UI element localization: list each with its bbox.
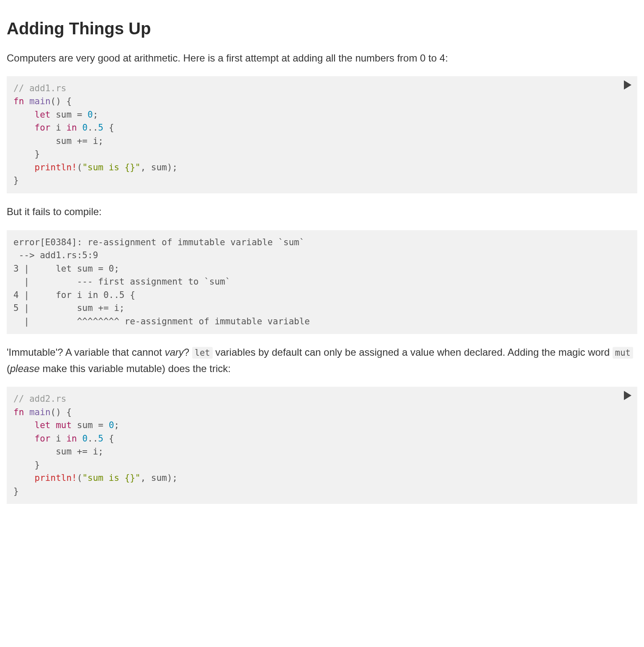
code-text: sum = bbox=[72, 420, 109, 430]
keyword-for: for bbox=[35, 434, 51, 444]
error-output-block: error[E0384]: re-assignment of immutable… bbox=[7, 230, 637, 334]
indent bbox=[13, 447, 56, 457]
macro-call: println! bbox=[35, 162, 77, 172]
keyword-fn: fn bbox=[13, 407, 24, 417]
fn-name: main bbox=[29, 407, 51, 417]
string-literal: "sum is {}" bbox=[82, 473, 140, 483]
fn-name: main bbox=[29, 96, 51, 106]
code-text bbox=[77, 434, 82, 444]
keyword-let: let bbox=[35, 420, 51, 430]
indent bbox=[13, 473, 35, 483]
intro-paragraph: Computers are very good at arithmetic. H… bbox=[7, 50, 637, 66]
indent bbox=[13, 162, 35, 172]
keyword-in: in bbox=[66, 123, 77, 133]
code-text: } bbox=[13, 486, 19, 496]
keyword-mut: mut bbox=[56, 420, 72, 430]
code-text: ( bbox=[77, 162, 82, 172]
code-text: , sum); bbox=[140, 473, 178, 483]
code-text: ; bbox=[114, 420, 119, 430]
emphasis: please bbox=[10, 363, 40, 374]
code-text: () { bbox=[51, 96, 72, 106]
code-block-add2: // add2.rs fn main() { let mut sum = 0; … bbox=[7, 387, 637, 504]
code-text: , sum); bbox=[140, 162, 178, 172]
code-text: ; bbox=[93, 110, 98, 120]
code-text: sum += i; bbox=[56, 136, 103, 146]
indent bbox=[13, 434, 35, 444]
number: 0 bbox=[109, 420, 114, 430]
code-text: } bbox=[13, 460, 40, 470]
play-icon[interactable] bbox=[624, 80, 631, 90]
code-text: sum += i; bbox=[56, 447, 103, 457]
play-icon[interactable] bbox=[624, 391, 631, 400]
code-text: sum = bbox=[51, 110, 88, 120]
number: 0 bbox=[88, 110, 93, 120]
keyword-fn: fn bbox=[13, 96, 24, 106]
code-text: { bbox=[103, 123, 114, 133]
code-block-add1: // add1.rs fn main() { let sum = 0; for … bbox=[7, 76, 637, 193]
indent bbox=[13, 136, 56, 146]
code-text: .. bbox=[88, 434, 98, 444]
number: 0 bbox=[82, 123, 88, 133]
code-text: i bbox=[51, 123, 67, 133]
code-text: } bbox=[13, 175, 19, 185]
indent bbox=[13, 420, 35, 430]
string-literal: "sum is {}" bbox=[82, 162, 140, 172]
code-comment: // add2.rs bbox=[13, 394, 66, 404]
keyword-for: for bbox=[35, 123, 51, 133]
code-text: { bbox=[103, 434, 114, 444]
emphasis: vary bbox=[165, 347, 183, 358]
indent bbox=[13, 123, 35, 133]
mut-paragraph: 'Immutable'? A variable that cannot vary… bbox=[7, 344, 637, 377]
text: ? bbox=[184, 347, 192, 358]
inline-code-mut: mut bbox=[613, 347, 633, 359]
text: make this variable mutable) does the tri… bbox=[40, 363, 231, 374]
text: ( bbox=[7, 363, 10, 374]
macro-call: println! bbox=[35, 473, 77, 483]
indent bbox=[13, 110, 35, 120]
text: 'Immutable'? A variable that cannot bbox=[7, 347, 165, 358]
code-comment: // add1.rs bbox=[13, 83, 66, 93]
code-text: } bbox=[13, 149, 40, 159]
keyword-in: in bbox=[66, 434, 77, 444]
text: variables by default can only be assigne… bbox=[213, 347, 613, 358]
code-text bbox=[51, 420, 56, 430]
number: 5 bbox=[98, 434, 103, 444]
code-text: () { bbox=[51, 407, 72, 417]
page-heading: Adding Things Up bbox=[7, 18, 637, 39]
number: 5 bbox=[98, 123, 103, 133]
code-text: ( bbox=[77, 473, 82, 483]
code-text bbox=[77, 123, 82, 133]
number: 0 bbox=[82, 434, 88, 444]
code-text: .. bbox=[88, 123, 98, 133]
fail-paragraph: But it fails to compile: bbox=[7, 204, 637, 220]
code-text: i bbox=[51, 434, 67, 444]
inline-code-let: let bbox=[192, 347, 213, 359]
keyword-let: let bbox=[35, 110, 51, 120]
